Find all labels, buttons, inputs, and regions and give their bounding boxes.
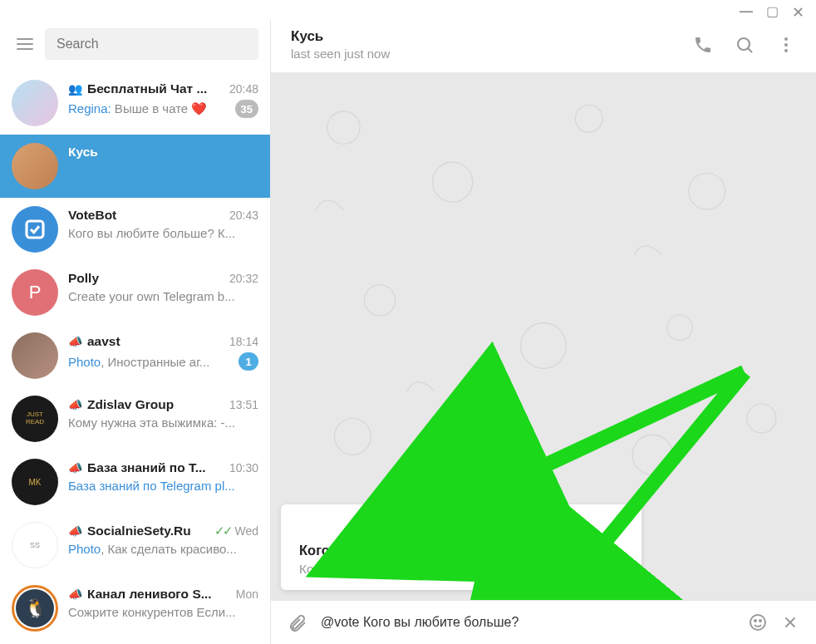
chat-time: 18:14 bbox=[229, 335, 258, 348]
menu-icon[interactable] bbox=[17, 38, 33, 50]
chat-preview: Сожрите конкурентов Если... bbox=[68, 605, 258, 619]
svg-point-22 bbox=[759, 620, 761, 622]
chat-name: База знаний по T... bbox=[87, 460, 206, 475]
unread-badge: 1 bbox=[238, 352, 258, 371]
svg-point-6 bbox=[433, 162, 473, 202]
chat-name: Бесплатный Чат ... bbox=[87, 81, 207, 96]
chat-item[interactable]: P Polly 20:32 Create your own Telegram b… bbox=[0, 261, 270, 324]
avatar bbox=[12, 143, 58, 189]
chat-time: 20:43 bbox=[229, 209, 258, 222]
chat-name: Polly bbox=[68, 271, 99, 286]
chat-item[interactable]: MK 📣База знаний по T... 10:30 База знани… bbox=[0, 450, 270, 514]
svg-point-8 bbox=[689, 173, 725, 209]
chat-preview: Кому нужна эта выжимка: -... bbox=[68, 415, 258, 430]
sidebar: 👥Бесплатный Чат ... 20:48 Regina: Выше в… bbox=[0, 20, 271, 644]
chat-name: Кусь bbox=[68, 145, 98, 160]
chat-item[interactable]: 📣aavst 18:14 Photo, Иностранные аг... 1 bbox=[0, 324, 270, 387]
chat-name: VoteBot bbox=[68, 208, 116, 223]
avatar: 🐧 bbox=[12, 585, 58, 632]
svg-point-4 bbox=[784, 49, 788, 52]
chat-preview: Кого вы любите больше? К... bbox=[68, 226, 258, 240]
close-button[interactable]: ✕ bbox=[792, 5, 804, 20]
svg-point-14 bbox=[632, 435, 672, 474]
search-icon[interactable] bbox=[735, 35, 755, 55]
svg-point-1 bbox=[738, 38, 750, 50]
svg-point-15 bbox=[747, 404, 776, 433]
chat-panel: Кусь last seen just now Create bbox=[271, 20, 816, 644]
maximize-button[interactable]: ▢ bbox=[766, 5, 779, 20]
chat-status: last seen just now bbox=[291, 47, 678, 61]
call-icon[interactable] bbox=[693, 35, 713, 55]
search-input[interactable] bbox=[45, 28, 258, 60]
read-checks-icon: ✓✓ bbox=[214, 524, 231, 538]
svg-point-12 bbox=[335, 418, 371, 455]
chat-title[interactable]: Кусь bbox=[291, 28, 678, 45]
chat-preview: Photo, Иностранные аг... bbox=[68, 355, 232, 369]
channel-icon: 📣 bbox=[68, 398, 82, 411]
popup-action: Create new poll bbox=[299, 516, 623, 531]
chat-time: 20:48 bbox=[229, 82, 258, 96]
message-input[interactable] bbox=[321, 615, 735, 630]
channel-icon: 📣 bbox=[68, 587, 82, 601]
chat-time: 20:32 bbox=[229, 272, 258, 285]
svg-point-9 bbox=[365, 285, 396, 316]
minimize-button[interactable]: — bbox=[740, 5, 753, 20]
chat-time: Mon bbox=[236, 587, 258, 601]
channel-icon: 📣 bbox=[68, 335, 82, 348]
chat-list: 👥Бесплатный Чат ... 20:48 Regina: Выше в… bbox=[0, 71, 270, 644]
chat-time: 10:30 bbox=[229, 461, 258, 474]
avatar: P bbox=[12, 269, 58, 316]
avatar bbox=[12, 206, 58, 253]
chat-preview: Photo, Как сделать красиво... bbox=[68, 542, 258, 556]
chat-time: Wed bbox=[234, 524, 258, 538]
svg-point-20 bbox=[750, 615, 765, 630]
more-icon[interactable] bbox=[776, 35, 796, 55]
svg-point-11 bbox=[667, 315, 693, 341]
group-icon: 👥 bbox=[68, 82, 82, 96]
chat-preview: Regina: Выше в чате ❤️ bbox=[68, 101, 229, 116]
svg-point-5 bbox=[327, 111, 360, 144]
channel-icon: 📣 bbox=[68, 461, 82, 474]
chat-name: Zdislav Group bbox=[87, 397, 174, 412]
avatar bbox=[12, 80, 58, 126]
chat-time: 13:51 bbox=[229, 398, 258, 411]
chat-item[interactable]: 👥Бесплатный Чат ... 20:48 Regina: Выше в… bbox=[0, 71, 270, 135]
popup-question: Кого вы любите больше? bbox=[299, 543, 623, 558]
svg-point-2 bbox=[784, 37, 788, 41]
emoji-icon[interactable] bbox=[748, 612, 768, 632]
chat-background: Create new poll Кого вы любите больше? К… bbox=[271, 73, 816, 600]
channel-icon: 📣 bbox=[68, 524, 82, 538]
chat-name: SocialnieSety.Ru bbox=[87, 524, 191, 538]
avatar bbox=[12, 332, 58, 379]
chat-item[interactable]: VoteBot 20:43 Кого вы любите больше? К..… bbox=[0, 198, 270, 261]
chat-name: Канал ленивого S... bbox=[87, 587, 212, 602]
chat-preview: Create your own Telegram b... bbox=[68, 289, 258, 303]
inline-result-popup[interactable]: Create new poll Кого вы любите больше? К… bbox=[281, 504, 641, 590]
svg-point-21 bbox=[755, 620, 756, 622]
chat-name: aavst bbox=[87, 334, 120, 349]
svg-point-13 bbox=[482, 465, 514, 498]
popup-options: Кошек / Собак / Попугаев bbox=[299, 562, 623, 577]
svg-point-3 bbox=[784, 43, 788, 47]
chat-item[interactable]: SS 📣SocialnieSety.Ru ✓✓Wed Photo, Как сд… bbox=[0, 514, 270, 577]
svg-point-7 bbox=[575, 105, 602, 132]
avatar: SS bbox=[12, 522, 58, 568]
attach-icon[interactable] bbox=[288, 612, 307, 632]
chat-item[interactable]: Кусь bbox=[0, 135, 270, 198]
chat-item[interactable]: 🐧 📣Канал ленивого S... Mon Сожрите конку… bbox=[0, 577, 270, 640]
avatar: JUSTREAD bbox=[12, 396, 58, 442]
clear-icon[interactable] bbox=[781, 613, 799, 632]
avatar: MK bbox=[12, 459, 58, 505]
svg-point-10 bbox=[521, 323, 567, 369]
chat-item[interactable]: JUSTREAD 📣Zdislav Group 13:51 Кому нужна… bbox=[0, 387, 270, 450]
chat-preview: База знаний по Telegram pl... bbox=[68, 479, 258, 493]
unread-badge: 35 bbox=[235, 100, 258, 118]
